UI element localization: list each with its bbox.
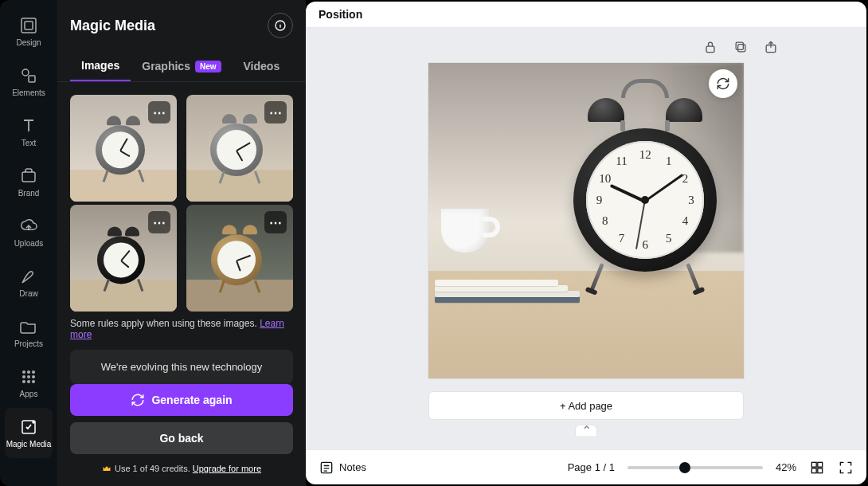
iconbar-brand[interactable]: Brand (0, 157, 57, 207)
apps-icon (19, 367, 38, 386)
svg-rect-23 (818, 462, 823, 467)
result-thumbnail[interactable]: ⋯ (70, 95, 177, 202)
iconbar-apps[interactable]: Apps (0, 358, 57, 408)
svg-rect-3 (29, 76, 35, 82)
upgrade-link[interactable]: Upgrade for more (193, 464, 261, 473)
design-icon (19, 16, 38, 35)
draw-icon (19, 267, 38, 286)
svg-point-2 (22, 69, 29, 76)
svg-point-8 (22, 375, 25, 378)
svg-point-7 (32, 370, 35, 374)
thumbnail-more-button[interactable]: ⋯ (264, 101, 287, 123)
svg-rect-4 (22, 172, 35, 182)
result-thumbnail[interactable]: ⋯ (70, 205, 177, 312)
iconbar-draw[interactable]: Draw (0, 257, 57, 308)
thumbnail-more-button[interactable]: ⋯ (148, 101, 170, 123)
iconbar-label: Magic Media (6, 440, 52, 449)
panel-title: Magic Media (70, 18, 155, 34)
cycle-icon (715, 76, 731, 92)
iconbar-text[interactable]: Text (0, 107, 57, 157)
artboard[interactable]: 12 1 2 3 4 5 6 7 8 9 10 11 (428, 63, 744, 378)
svg-point-13 (32, 380, 35, 383)
svg-point-12 (27, 380, 30, 383)
expand-icon[interactable] (838, 460, 854, 476)
lock-icon[interactable] (702, 39, 718, 55)
left-iconbar: Design Elements Text Brand Uploads Draw … (0, 0, 57, 486)
thumbnail-more-button[interactable]: ⋯ (148, 211, 170, 233)
result-thumbnail[interactable]: ⋯ (186, 95, 293, 202)
svg-rect-22 (811, 462, 816, 467)
info-button[interactable] (268, 13, 293, 38)
regenerate-fab[interactable] (709, 69, 737, 98)
projects-icon (19, 317, 38, 336)
bottom-bar: Notes Page 1 / 1 42% (306, 449, 866, 484)
duplicate-icon[interactable] (733, 39, 749, 55)
tab-images[interactable]: Images (70, 51, 131, 81)
svg-rect-25 (818, 468, 823, 472)
svg-rect-18 (738, 45, 745, 52)
go-back-button[interactable]: Go back (70, 422, 293, 454)
zoom-value: 42% (776, 461, 796, 473)
generate-again-button[interactable]: Generate again (70, 384, 293, 416)
iconbar-label: Draw (19, 289, 37, 298)
generated-image[interactable]: 12 1 2 3 4 5 6 7 8 9 10 11 (428, 63, 744, 378)
notes-button[interactable]: Notes (319, 460, 366, 476)
grid-view-icon[interactable] (809, 460, 825, 476)
iconbar-projects[interactable]: Projects (0, 308, 57, 358)
result-thumbnail[interactable]: ⋯ (186, 205, 293, 312)
thumbnail-more-button[interactable]: ⋯ (264, 211, 287, 233)
results-grid: ⋯ ⋯ ⋯ ⋯ (57, 82, 306, 318)
svg-point-11 (22, 380, 25, 383)
position-button[interactable]: Position (319, 8, 362, 21)
info-icon (274, 19, 287, 32)
page-indicator: Page 1 / 1 (568, 461, 615, 473)
iconbar-label: Uploads (14, 239, 44, 248)
rules-text: Some rules apply when using these images… (57, 318, 306, 340)
page-up-button[interactable]: ⌃ (575, 425, 597, 436)
brand-icon (19, 167, 38, 186)
page-action-bar (702, 39, 779, 55)
svg-rect-0 (22, 18, 36, 33)
stage[interactable]: 12 1 2 3 4 5 6 7 8 9 10 11 (306, 28, 866, 449)
iconbar-label: Text (22, 139, 36, 147)
regenerate-icon (131, 393, 145, 407)
iconbar-label: Elements (12, 88, 45, 97)
panel-tabs: Images GraphicsNew Videos (57, 51, 306, 82)
svg-rect-17 (706, 46, 714, 52)
elements-icon (19, 66, 38, 85)
svg-point-5 (22, 370, 25, 374)
svg-point-9 (27, 375, 30, 378)
iconbar-design[interactable]: Design (0, 6, 57, 57)
text-icon (19, 116, 38, 135)
iconbar-label: Apps (20, 390, 38, 398)
iconbar-label: Brand (18, 189, 40, 198)
svg-point-15 (33, 421, 34, 423)
svg-rect-1 (25, 22, 33, 29)
zoom-thumb[interactable] (679, 462, 690, 473)
evolve-banner: We're evolving this new technology (70, 350, 293, 384)
iconbar-label: Design (16, 38, 41, 47)
svg-point-10 (32, 375, 35, 378)
canvas-area: Position (306, 2, 866, 484)
iconbar-elements[interactable]: Elements (0, 57, 57, 107)
side-panel: Magic Media Images GraphicsNew Videos ⋯ … (57, 0, 306, 486)
crown-icon (102, 464, 111, 473)
tab-videos[interactable]: Videos (233, 51, 291, 81)
zoom-slider[interactable] (628, 466, 763, 469)
share-icon[interactable] (763, 39, 779, 55)
iconbar-uploads[interactable]: Uploads (0, 207, 57, 257)
tab-graphics[interactable]: GraphicsNew (131, 51, 232, 81)
notes-icon (319, 460, 334, 476)
magic-media-icon (19, 417, 38, 437)
uploads-icon (19, 217, 38, 236)
iconbar-label: Projects (14, 339, 43, 348)
svg-rect-19 (736, 42, 743, 49)
svg-point-6 (27, 370, 30, 374)
credits-text: Use 1 of 49 credits. Upgrade for more (70, 461, 293, 476)
add-page-button[interactable]: + Add page (428, 391, 744, 420)
iconbar-magic-media[interactable]: Magic Media (5, 408, 53, 458)
top-toolbar: Position (306, 2, 866, 28)
svg-rect-24 (811, 468, 816, 472)
new-badge: New (195, 61, 221, 73)
